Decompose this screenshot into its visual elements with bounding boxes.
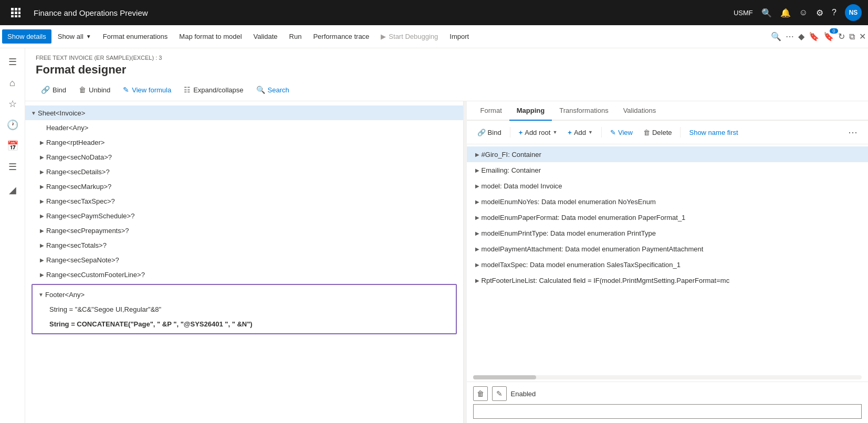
start-debugging-button[interactable]: ▶ Start Debugging [375, 29, 443, 44]
format-enumerations-button[interactable]: Format enumerations [98, 29, 173, 44]
map-expand-model[interactable]: ▶ [473, 182, 482, 190]
tree-expand-sec-details[interactable]: ▶ [38, 167, 46, 176]
map-expand-model-payment-attachment[interactable]: ▶ [473, 245, 482, 253]
bookmark-icon[interactable]: 🔖 [809, 31, 819, 41]
unbind-button[interactable]: 🗑 Unbind [74, 83, 116, 97]
search-icon[interactable]: 🔍 [761, 8, 772, 18]
bell-icon[interactable]: 🔔 [780, 8, 791, 18]
view-button[interactable]: ✎ View [606, 126, 637, 139]
tree-expand-sec-tax-spec[interactable]: ▶ [38, 197, 46, 205]
map-expand-rpt-footer[interactable]: ▶ [473, 276, 482, 284]
mapping-item-model-enum-paper-format[interactable]: ▶ modelEnumPaperFormat: Data model enume… [467, 209, 868, 225]
expand-collapse-button[interactable]: ☷ Expand/collapse [179, 83, 248, 97]
add-root-button[interactable]: + Add root ▼ [515, 126, 562, 139]
mapping-item-model[interactable]: ▶ model: Data model Invoice [467, 178, 868, 194]
tree-item-range-sec-details[interactable]: ▶ Range<secDetails>? [25, 164, 463, 179]
mapping-item-emailing[interactable]: ▶ Emailing: Container [467, 162, 868, 178]
more-cmd-icon[interactable]: ⋯ [786, 31, 794, 41]
tree-expand-sheet[interactable]: ▼ [29, 109, 38, 117]
tree-item-range-rpt-header[interactable]: ▶ Range<rptHeader> [25, 135, 463, 150]
sidebar-list-icon[interactable]: ☰ [3, 157, 22, 176]
map-expand-model-enum-paper-format[interactable]: ▶ [473, 213, 482, 221]
tree-expand-sec-paym-schedule[interactable]: ▶ [38, 212, 46, 220]
tree-item-range-sec-totals[interactable]: ▶ Range<secTotals>? [25, 238, 463, 252]
tabs-bar: Format Mapping Transformations Validatio… [467, 101, 868, 121]
view-formula-button[interactable]: ✎ View formula [118, 83, 176, 97]
performance-trace-button[interactable]: Performance trace [308, 29, 374, 44]
refresh-icon[interactable]: ↻ [838, 31, 845, 41]
tree-item-string-2[interactable]: String = CONCATENATE("Page", " &P ", "@S… [33, 316, 456, 331]
tab-transformations[interactable]: Transformations [552, 101, 615, 121]
map-expand-model-enum-print-type[interactable]: ▶ [473, 229, 482, 237]
tree-item-range-sec-custom-footer[interactable]: ▶ Range<secCustomFooterLine>? [25, 267, 463, 282]
expand-icon[interactable]: ⧉ [849, 32, 855, 41]
tree-expand-sec-markup[interactable]: ▶ [38, 182, 46, 191]
sidebar-calendar-icon[interactable]: 📅 [3, 136, 22, 155]
tree-item-sheet-invoice[interactable]: ▼ Sheet<Invoice> [25, 105, 463, 120]
tree-item-range-sec-sepa-note[interactable]: ▶ Range<secSepaNote>? [25, 252, 463, 267]
mapping-item-giro-fi[interactable]: ▶ #Giro_FI: Container [467, 146, 868, 162]
edit-bottom-button[interactable]: ✎ [492, 386, 507, 401]
diamond-icon[interactable]: ◆ [798, 31, 804, 41]
tree-item-string-1[interactable]: String = "&C&"Segoe UI,Regular"&8" [33, 302, 456, 316]
tree-expand-sec-prepayments[interactable]: ▶ [38, 226, 46, 235]
help-icon[interactable]: ? [832, 8, 836, 17]
bind-button[interactable]: 🔗 Bind [36, 83, 71, 97]
sidebar-star-icon[interactable]: ☆ [3, 94, 22, 113]
sidebar-home-icon[interactable]: ⌂ [3, 73, 22, 92]
tab-mapping[interactable]: Mapping [509, 101, 552, 121]
sidebar-history-icon[interactable]: 🕐 [3, 115, 22, 134]
tree-expand-rpt-header[interactable]: ▶ [38, 138, 46, 146]
mapping-item-rpt-footer-line-list[interactable]: ▶ RptFooterLineList: Calculated field = … [467, 272, 868, 288]
show-all-button[interactable]: Show all ▼ [53, 29, 97, 44]
tab-validations[interactable]: Validations [616, 101, 664, 121]
map-expand-giro-fi[interactable]: ▶ [473, 150, 482, 158]
tree-item-range-sec-tax-spec[interactable]: ▶ Range<secTaxSpec>? [25, 194, 463, 208]
badge-button[interactable]: 🔖 0 [823, 31, 834, 41]
mapping-item-model-enum-print-type[interactable]: ▶ modelEnumPrintType: Data model enumera… [467, 225, 868, 241]
enabled-input[interactable] [473, 404, 862, 419]
tree-expand-sec-no-data[interactable]: ▶ [38, 153, 46, 161]
horizontal-scrollbar[interactable] [473, 375, 862, 379]
show-name-first-button[interactable]: Show name first [685, 126, 742, 139]
user-avatar[interactable]: NS [845, 4, 862, 21]
tree-item-range-sec-prepayments[interactable]: ▶ Range<secPrepayments>? [25, 223, 463, 238]
gear-icon[interactable]: ⚙ [816, 8, 823, 18]
delete-button[interactable]: 🗑 Delete [639, 126, 676, 139]
import-button[interactable]: Import [444, 29, 474, 44]
mapping-item-model-tax-spec[interactable]: ▶ modelTaxSpec: Data model enumeration S… [467, 257, 868, 272]
map-expand-model-enum-no-yes[interactable]: ▶ [473, 197, 482, 206]
run-button[interactable]: Run [284, 29, 307, 44]
close-icon[interactable]: ✕ [859, 31, 866, 41]
map-format-to-model-button[interactable]: Map format to model [174, 29, 247, 44]
delete-bottom-button[interactable]: 🗑 [473, 386, 488, 401]
tree-expand-sec-totals[interactable]: ▶ [38, 241, 46, 249]
map-expand-model-tax-spec[interactable]: ▶ [473, 260, 482, 269]
search-editor-button[interactable]: 🔍 Search [251, 83, 295, 97]
tree-expand-sec-sepa-note[interactable]: ▶ [38, 256, 46, 264]
sidebar-filter-icon[interactable]: ◢ [3, 181, 22, 199]
sidebar-hamburger-icon[interactable]: ☰ [3, 52, 22, 71]
tree-item-range-sec-markup[interactable]: ▶ Range<secMarkup>? [25, 179, 463, 194]
more-mapping-button[interactable]: ⋯ [844, 124, 862, 141]
smiley-icon[interactable]: ☺ [799, 8, 808, 17]
tree-expand-sec-custom-footer[interactable]: ▶ [38, 270, 46, 279]
tree-item-footer-any[interactable]: ▼ Footer<Any> [33, 287, 456, 302]
tree-expand-header[interactable] [38, 123, 46, 132]
tab-format[interactable]: Format [473, 101, 509, 121]
search-cmd-icon[interactable]: 🔍 [771, 31, 781, 41]
tree-label-string-1: String = "&C&"Segoe UI,Regular"&8" [49, 305, 161, 313]
tree-expand-footer[interactable]: ▼ [37, 290, 45, 299]
tree-item-header-any[interactable]: Header<Any> [25, 120, 463, 135]
tree-item-range-sec-paym-schedule[interactable]: ▶ Range<secPaymSchedule>? [25, 208, 463, 223]
map-label-model-enum-print-type: modelEnumPrintType: Data model enumerati… [482, 229, 656, 237]
show-details-button[interactable]: Show details [2, 29, 51, 44]
mapping-item-model-enum-no-yes[interactable]: ▶ modelEnumNoYes: Data model enumeration… [467, 194, 868, 209]
app-grid-icon[interactable] [6, 3, 25, 22]
mapping-bind-button[interactable]: 🔗 Bind [473, 126, 506, 139]
add-button[interactable]: + Add ▼ [563, 126, 597, 139]
tree-item-range-sec-no-data[interactable]: ▶ Range<secNoData>? [25, 150, 463, 164]
validate-button[interactable]: Validate [248, 29, 283, 44]
mapping-item-model-payment-attachment[interactable]: ▶ modelPaymentAttachment: Data model enu… [467, 241, 868, 257]
map-expand-emailing[interactable]: ▶ [473, 166, 482, 174]
